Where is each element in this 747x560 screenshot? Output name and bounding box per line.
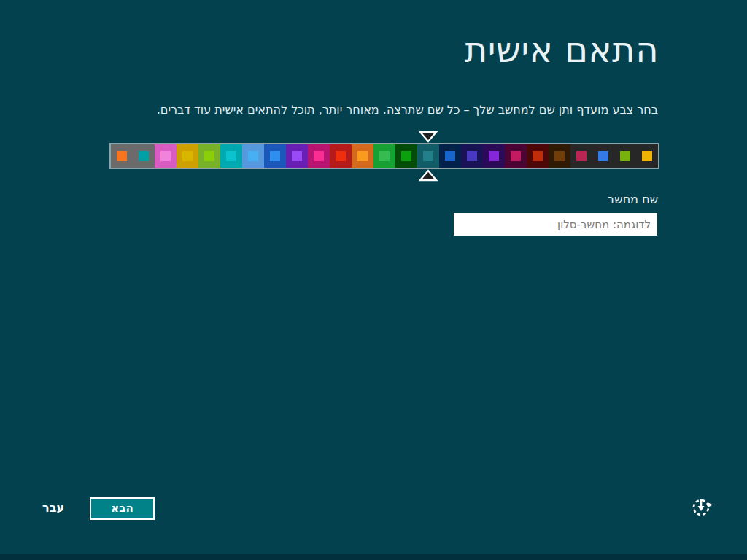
color-swatch-inner (401, 151, 411, 161)
color-swatch[interactable] (505, 144, 527, 168)
color-swatch-inner (467, 151, 477, 161)
color-swatch-inner (204, 151, 214, 161)
color-swatch[interactable] (461, 144, 483, 168)
color-swatch-inner (423, 151, 433, 161)
color-swatch-inner (598, 151, 608, 161)
input-language-indicator[interactable]: עבר (42, 501, 64, 515)
color-strip[interactable] (109, 143, 659, 169)
color-swatch[interactable] (177, 144, 198, 168)
color-swatch[interactable] (636, 144, 658, 168)
color-swatch-inner (117, 151, 127, 161)
color-slider[interactable] (109, 131, 659, 181)
color-swatch[interactable] (570, 144, 592, 168)
color-swatch[interactable] (242, 144, 264, 168)
color-swatch-inner (620, 151, 630, 161)
color-swatch-inner (226, 151, 236, 161)
personalize-screen: { "screen": { "background": "#03414f", "… (0, 0, 747, 560)
color-swatch[interactable] (286, 144, 308, 168)
color-swatch[interactable] (395, 144, 417, 168)
ease-of-access-icon[interactable] (689, 494, 714, 520)
screen-bottom-edge (0, 554, 747, 560)
color-swatch-inner (511, 151, 521, 161)
color-swatch[interactable] (155, 144, 177, 168)
next-button[interactable]: הבא (90, 497, 155, 520)
color-swatch-inner (139, 151, 149, 161)
instructions-text: בחר צבע מועדף ותן שם למחשב שלך – כל שם ש… (157, 103, 658, 117)
color-swatch-inner (336, 151, 346, 161)
color-swatch[interactable] (549, 144, 570, 168)
pc-name-label: שם מחשב (608, 192, 658, 206)
color-swatch-inner (160, 151, 171, 161)
color-swatch-inner (554, 151, 565, 161)
color-swatch[interactable] (308, 144, 330, 168)
color-swatch-inner (292, 151, 302, 161)
color-swatch-inner (533, 151, 543, 161)
color-swatch[interactable] (592, 144, 614, 168)
color-swatch-inner (489, 151, 499, 161)
color-swatch-inner (357, 151, 368, 161)
color-swatch-inner (270, 151, 280, 161)
color-swatch[interactable] (374, 144, 395, 168)
color-swatch[interactable] (198, 144, 220, 168)
color-swatch[interactable] (133, 144, 155, 168)
color-swatch[interactable] (417, 144, 439, 168)
color-swatch[interactable] (111, 144, 133, 168)
slider-handle-bottom-arrow-icon[interactable] (419, 169, 438, 182)
color-swatch-inner (248, 151, 258, 161)
color-swatch[interactable] (330, 144, 352, 168)
slider-handle-top-arrow-icon[interactable] (419, 131, 438, 143)
color-swatch[interactable] (483, 144, 505, 168)
page-title: התאם אישית (465, 29, 659, 70)
color-swatch-inner (576, 151, 587, 161)
color-swatch[interactable] (220, 144, 242, 168)
color-swatch-inner (379, 151, 390, 161)
color-swatch[interactable] (352, 144, 374, 168)
color-swatch-inner (642, 151, 652, 161)
pc-name-input[interactable] (454, 213, 657, 236)
color-swatch[interactable] (527, 144, 549, 168)
color-swatch[interactable] (439, 144, 461, 168)
color-swatch-inner (314, 151, 324, 161)
color-swatch[interactable] (614, 144, 636, 168)
color-swatch-inner (182, 151, 193, 161)
color-swatch-inner (445, 151, 455, 161)
color-swatch[interactable] (264, 144, 286, 168)
